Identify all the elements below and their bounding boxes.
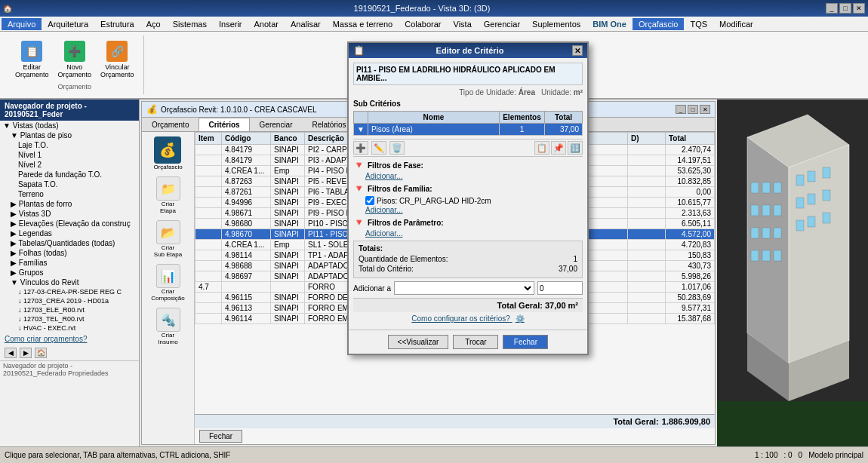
familia-adicionar-link[interactable]: Adicionar... xyxy=(353,206,583,214)
total-geral-bar: Total Geral: 37,00 m² xyxy=(353,298,583,312)
visualizar-button[interactable]: <<Visualizar xyxy=(388,335,449,349)
tree-vinculos[interactable]: ▼ Vínculos do Revit xyxy=(0,277,139,287)
tree-parede-fund[interactable]: Parede da fundação T.O. xyxy=(0,170,139,179)
svg-rect-4 xyxy=(751,182,759,193)
svg-rect-19 xyxy=(796,198,804,208)
orca-btn-insumo[interactable]: 🔩 CriarInsumo xyxy=(155,306,182,347)
tree-elevacoes[interactable]: ▶ Elevações (Elevação da construç xyxy=(0,219,139,228)
config-link[interactable]: Como configurar os critérios? ⚙️ xyxy=(353,312,583,325)
tree-nivel1[interactable]: Nível 1 xyxy=(0,150,139,160)
qtd-elementos-label: Quantidade de Elementos: xyxy=(359,255,448,263)
tree-tabelas[interactable]: ▶ Tabelas/Quantidades (todas) xyxy=(0,238,139,248)
fechar-button[interactable]: Fechar xyxy=(503,335,548,349)
menu-tqs[interactable]: TQS xyxy=(684,18,713,30)
tree-vinculo5[interactable]: ↓ HVAC - EXEC.rvt xyxy=(0,323,139,333)
menu-colaborar[interactable]: Colaborar xyxy=(399,18,447,30)
left-panel: Navegador de projeto - 20190521_Feder ▼ … xyxy=(0,100,140,446)
editor-criterio-modal[interactable]: 📋 Editor de Critério ✕ PI11 - PISO EM LA… xyxy=(347,41,589,355)
sub-calc-btn[interactable]: 🔢 xyxy=(568,141,583,155)
adicionar-a-select[interactable] xyxy=(394,281,534,295)
tab-orcamento[interactable]: Orçamento xyxy=(142,118,199,131)
familia-item-pisos[interactable]: Pisos: CR_PI_ARG-LAD HID-2cm xyxy=(365,195,583,206)
tree-plantas-forro[interactable]: ▶ Plantas de forro xyxy=(0,199,139,209)
nav-fwd-btn[interactable]: ▶ xyxy=(20,348,32,358)
tree-nivel2[interactable]: Nível 2 xyxy=(0,160,139,170)
tree-vinculo2[interactable]: ↓ 12703_CREA 2019 - HD01a xyxy=(0,296,139,305)
menu-vista[interactable]: Vista xyxy=(448,18,478,30)
criterio-content: PI11 - PISO EM LADRILHO HIDRÁULICO APLIC… xyxy=(349,58,587,330)
nav-back-btn[interactable]: ◀ xyxy=(5,348,17,358)
orca-btn-main[interactable]: 💰 Orçafascio xyxy=(152,135,183,172)
orca-btn-composicao[interactable]: 📊 CriarComposição xyxy=(149,262,186,303)
svg-rect-5 xyxy=(762,182,770,193)
fase-adicionar-link[interactable]: Adicionar... xyxy=(353,172,583,180)
ribbon-editar-orcamento[interactable]: 📋 EditarOrçamento xyxy=(12,39,52,80)
como-criar-link[interactable]: Como criar orçamentos? xyxy=(0,333,139,345)
menu-suplementos[interactable]: Suplementos xyxy=(526,18,586,30)
status-text: Clique para selecionar, TAB para alterna… xyxy=(5,451,230,459)
sub-edit-btn[interactable]: ✏️ xyxy=(371,141,386,155)
navigator-header: Navegador de projeto - 20190521_Feder xyxy=(0,100,139,121)
menu-arquivo[interactable]: Arquivo xyxy=(2,18,42,30)
fechar-orca-btn[interactable]: Fechar xyxy=(195,428,715,444)
tab-criterios[interactable]: Critérios xyxy=(199,118,249,131)
menu-gerenciar[interactable]: Gerenciar xyxy=(478,18,526,30)
tree-sapata[interactable]: Sapata T.O. xyxy=(0,179,139,189)
svg-rect-27 xyxy=(717,401,868,446)
menu-bim-one[interactable]: BIM One xyxy=(586,18,633,30)
menu-modificar[interactable]: Modificar xyxy=(713,18,759,30)
tree-laje[interactable]: Laje T.O. xyxy=(0,140,139,150)
tree-vistas[interactable]: ▼ Vistas (todas) xyxy=(0,121,139,130)
tree-vistas3d[interactable]: ▶ Vistas 3D xyxy=(0,209,139,219)
sub-copy-btn[interactable]: 📋 xyxy=(534,141,549,155)
tree-familias[interactable]: ▶ Famílias xyxy=(0,258,139,268)
minimize-button[interactable]: _ xyxy=(826,3,838,14)
criterio-close-btn[interactable]: ✕ xyxy=(572,45,583,56)
orca-maximize-btn[interactable]: □ xyxy=(688,105,698,114)
tree-folhas[interactable]: ▶ Folhas (todas) xyxy=(0,248,139,258)
fechar-orca-button[interactable]: Fechar xyxy=(199,430,242,443)
ribbon-vincular-orcamento[interactable]: 🔗 VincularOrçamento xyxy=(97,39,137,80)
tree-vinculo3[interactable]: ↓ 12703_ELE_R00.rvt xyxy=(0,305,139,314)
adicionar-a-row: Adicionar a xyxy=(353,281,583,295)
close-button[interactable]: ✕ xyxy=(853,3,865,14)
orca-close-btn[interactable]: ✕ xyxy=(700,105,710,114)
orca-sidebar: 💰 Orçafascio 📁 CriarEtapa 📂 CriarSub Eta… xyxy=(142,132,195,444)
tree-terreno[interactable]: Terreno xyxy=(0,189,139,199)
criterio-title-bar: 📋 Editor de Critério ✕ xyxy=(349,43,587,58)
orca-btn-sub-etapa[interactable]: 📂 CriarSub Etapa xyxy=(152,219,183,259)
sub-criterios-toolbar: ➕ ✏️ 🗑️ 📋 📌 🔢 xyxy=(353,139,583,157)
menu-estrutura[interactable]: Estrutura xyxy=(94,18,140,30)
tipo-unidade-label: Tipo de Unidade: Área xyxy=(459,88,535,97)
sub-paste-btn[interactable]: 📌 xyxy=(551,141,566,155)
tree-vinculo1[interactable]: ↓ 127-03-CREA-PR-SEDE REG C xyxy=(0,287,139,296)
orca-minimize-btn[interactable]: _ xyxy=(676,105,686,114)
menu-anotar[interactable]: Anotar xyxy=(248,18,285,30)
sub-delete-btn[interactable]: 🗑️ xyxy=(389,141,405,155)
nav-home-btn[interactable]: 🏠 xyxy=(35,348,47,358)
menu-inserir[interactable]: Inserir xyxy=(213,18,248,30)
menu-analisar[interactable]: Analisar xyxy=(285,18,327,30)
tree-vinculo4[interactable]: ↓ 12703_TEL_R00.rvt xyxy=(0,314,139,323)
menu-orcafascio[interactable]: Orçafascio xyxy=(633,18,685,30)
ribbon-novo-orcamento[interactable]: ➕ NovoOrçamento xyxy=(55,39,95,80)
trocar-button[interactable]: Trocar xyxy=(453,335,498,349)
orca-btn-etapa[interactable]: 📁 CriarEtapa xyxy=(155,175,182,216)
menu-aco[interactable]: Aço xyxy=(140,18,167,30)
tree-plantas-piso[interactable]: ▼ Plantas de piso xyxy=(0,130,139,140)
unidade-label: Unidade: m² xyxy=(541,88,583,97)
menu-massa[interactable]: Massa e terreno xyxy=(327,18,399,30)
familia-checkbox[interactable] xyxy=(365,196,374,205)
menu-arquitetura[interactable]: Arquitetura xyxy=(42,18,94,30)
col-codigo: Código xyxy=(222,133,271,145)
sub-add-btn[interactable]: ➕ xyxy=(353,141,368,155)
sub-row-pisos[interactable]: ▼ Pisos (Área) 1 37,00 xyxy=(354,124,583,136)
tree-legendas[interactable]: ▶ Legendas xyxy=(0,228,139,238)
maximize-button[interactable]: □ xyxy=(839,3,851,14)
parametro-adicionar-link[interactable]: Adicionar... xyxy=(353,229,583,238)
tab-gerenciar[interactable]: Gerenciar xyxy=(250,118,303,131)
tree-grupos[interactable]: ▶ Grupos xyxy=(0,268,139,277)
adicionar-a-input[interactable] xyxy=(537,281,583,295)
menu-sistemas[interactable]: Sistemas xyxy=(167,18,213,30)
svg-rect-9 xyxy=(774,205,781,216)
